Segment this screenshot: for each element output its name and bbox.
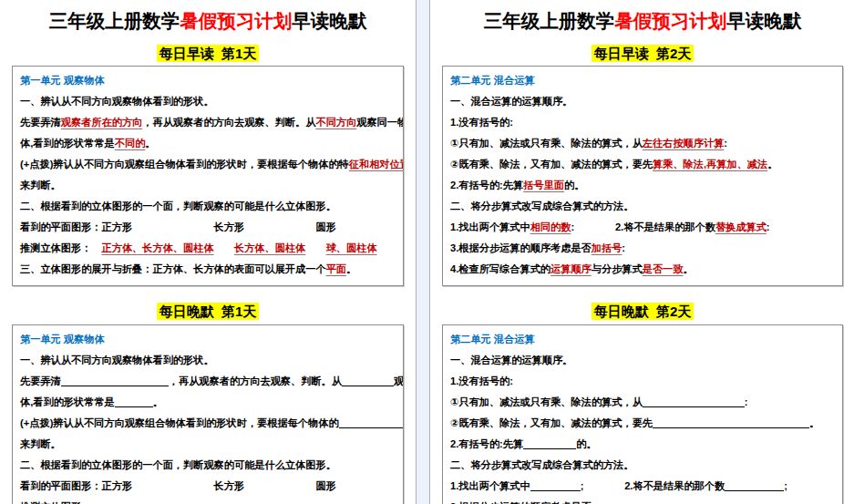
evening-lines: 一、辨认从不同方向观察物体看到的形状。先要弄清，再从观察者的方向去观察、判断。从… xyxy=(20,350,396,504)
evening-lines: 一、混合运算的运算顺序。1.没有括号的:①只有加、减法或只有乘、除法的算式，从:… xyxy=(450,350,835,504)
fill-in-blank xyxy=(725,478,784,491)
plain-text: ，再从观察者的方向去观察、判断。从 xyxy=(142,117,315,128)
title-part: 早读晚默 xyxy=(292,10,366,31)
plain-text: 先要弄清 xyxy=(20,375,61,386)
title-part: 三年级上册数学 xyxy=(49,10,180,31)
fill-in-blank xyxy=(61,374,169,386)
plain-text: 2.有括号的:先算 xyxy=(450,180,523,190)
plain-text: ; xyxy=(784,480,787,491)
title-part: 暑假预习计划 xyxy=(614,10,726,31)
plain-text: 。 xyxy=(145,138,155,149)
text-line: 1.找出两个算式中; 2.将不是结果的那个数; xyxy=(450,476,835,497)
unit-title: 第二单元 混合运算 xyxy=(450,70,835,91)
text-line: 二、将分步算式改写成综合算式的方法。 xyxy=(450,455,835,476)
plain-text: 。 xyxy=(683,263,693,274)
page-title: 三年级上册数学暑假预习计划早读晚默 xyxy=(0,0,416,33)
plain-text: 看到的平面图形：正方形 长方形 圆形 xyxy=(20,480,336,491)
answer-text: 征和相对位置 xyxy=(349,159,404,170)
text-line: 2.有括号的:先算的。 xyxy=(450,434,835,455)
text-line: 来判断。 xyxy=(20,434,396,455)
answer-text: 运算顺序 xyxy=(550,263,592,274)
unit-title: 第二单元 混合运算 xyxy=(450,329,835,350)
answer-text: 不同方向 xyxy=(315,117,356,128)
plain-text: 1.没有括号的: xyxy=(450,375,513,386)
text-line: 一、混合运算的运算顺序。 xyxy=(450,350,835,371)
plain-text xyxy=(214,242,234,253)
plain-text: 来判断。 xyxy=(20,180,61,190)
morning-banner-label: 每日早读 第2天 xyxy=(592,45,695,62)
text-line: 1.没有括号的: xyxy=(450,112,835,133)
text-line: 一、辨认从不同方向观察物体看到的形状。 xyxy=(20,350,396,371)
answer-text: 球、圆柱体 xyxy=(326,242,377,253)
plain-text: 二、根据看到的立体图形的一个面，判断观察的可能是什么立体图形。 xyxy=(20,459,336,470)
fill-in-blank xyxy=(523,437,576,449)
plain-text: 。 xyxy=(346,263,356,274)
text-line: 体,看到的形状常常是。 xyxy=(20,392,396,413)
morning-lines: 一、辨认从不同方向观察物体看到的形状。先要弄清观察者所在的方向，再从观察者的方向… xyxy=(20,91,396,280)
answer-text: 是否一致 xyxy=(643,263,684,274)
fill-in-blank xyxy=(115,395,153,407)
text-line: 二、根据看到的立体图形的一个面，判断观察的可能是什么立体图形。 xyxy=(20,455,396,476)
page-title: 三年级上册数学暑假预习计划早读晚默 xyxy=(430,0,854,33)
plain-text: 一、混合运算的运算顺序。 xyxy=(450,355,572,365)
plain-text: 1.没有括号的: xyxy=(450,117,513,128)
morning-banner-label: 每日早读 第1天 xyxy=(157,45,260,62)
title-part: 三年级上册数学 xyxy=(484,10,615,31)
worksheet-page-day1: 三年级上册数学暑假预习计划早读晚默 每日早读 第1天 第一单元 观察物体 一、辨… xyxy=(0,0,417,504)
plain-text: 1.找出两个算式中 xyxy=(450,480,530,491)
text-line: 来判断。 xyxy=(20,175,396,196)
text-line: 一、辨认从不同方向观察物体看到的形状。 xyxy=(20,91,396,112)
plain-text: 的。 xyxy=(564,180,584,190)
plain-text: : xyxy=(745,396,748,407)
text-line: 二、将分步算式改写成综合算式的方法。 xyxy=(450,196,835,217)
plain-text: ②既有乘、除法，又有加、减法的算式，要先 xyxy=(450,417,653,428)
text-line: 3.根据分步运算的顺序考虑是否加括号: xyxy=(450,238,835,259)
answer-text: 算乘、除法,再算加、减法 xyxy=(653,159,767,170)
morning-banner: 每日早读 第1天 xyxy=(0,45,416,62)
answer-text: 相同的数 xyxy=(530,221,571,232)
plain-text: 观察同一物 xyxy=(394,375,404,386)
plain-text: 。 xyxy=(153,396,163,407)
morning-content-box: 第二单元 混合运算 一、混合运算的运算顺序。1.没有括号的:①只有加、减法或只有… xyxy=(442,66,843,286)
answer-text: 正方体、长方体、圆柱体 xyxy=(102,242,214,253)
evening-banner: 每日晚默 第1天 xyxy=(0,303,416,320)
plain-text: ②既有乘、除法，又有加、减法的算式，要先 xyxy=(450,159,653,170)
morning-lines: 一、混合运算的运算顺序。1.没有括号的:①只有加、减法或只有乘、除法的算式，从左… xyxy=(450,91,835,280)
text-line: 2.有括号的:先算括号里面的。 xyxy=(450,175,835,196)
plain-text: 3.根据分步运算的顺序考虑是否 xyxy=(450,242,592,253)
text-line: 1.没有括号的: xyxy=(450,371,835,392)
evening-banner-label: 每日晚默 第1天 xyxy=(157,303,260,320)
text-line: 二、根据看到的立体图形的一个面，判断观察的可能是什么立体图形。 xyxy=(20,196,396,217)
plain-text: (+点拨)辨认从不同方向观察组合物体看到的形状时，要根据每个物体的特 xyxy=(20,159,349,170)
evening-banner-label: 每日晚默 第2天 xyxy=(592,303,695,320)
evening-banner: 每日晚默 第2天 xyxy=(430,303,854,320)
plain-text: 4.检查所写综合算式的 xyxy=(450,263,550,274)
plain-text: ①只有加、减法或只有乘、除法的算式，从 xyxy=(450,138,643,149)
plain-text: ; 2.将不是结果的那个数 xyxy=(581,480,725,491)
fill-in-blank xyxy=(592,499,628,504)
plain-text: : 2.将不是结果的那个数 xyxy=(571,221,715,232)
plain-text: 先要弄清 xyxy=(20,117,61,128)
plain-text: (+点拨)辨认从不同方向观察组合物体看到的形状时，要根据每个物体的 xyxy=(20,417,339,428)
answer-text: 观察者所在的方向 xyxy=(61,117,143,128)
text-line: ①只有加、减法或只有乘、除法的算式，从: xyxy=(450,392,835,413)
answer-text: 括号里面 xyxy=(523,180,564,190)
morning-banner: 每日早读 第2天 xyxy=(430,45,854,62)
answer-text: 长方体、圆柱体 xyxy=(234,242,305,253)
worksheet-page-day2: 三年级上册数学暑假预习计划早读晚默 每日早读 第2天 第二单元 混合运算 一、混… xyxy=(429,0,854,504)
unit-title: 第一单元 观察物体 xyxy=(20,329,396,350)
text-line: 三、立体图形的展开与折叠：正方体、长方体的表面可以展开成一个平面。 xyxy=(20,259,396,280)
plain-text: : xyxy=(724,138,727,149)
title-part: 早读晚默 xyxy=(726,10,801,31)
text-line: (+点拨)辨认从不同方向观察组合物体看到的形状时，要根据每个物体的特征和相对位置 xyxy=(20,154,396,175)
text-line: ②既有乘、除法，又有加、减法的算式，要先算乘、除法,再算加、减法。 xyxy=(450,154,835,175)
text-line: 推测立体图形： 正方体、长方体、圆柱体 长方体、圆柱体 球、圆柱体 xyxy=(20,238,396,259)
plain-text: 一、辨认从不同方向观察物体看到的形状。 xyxy=(20,96,214,107)
plain-text: 二、将分步算式改写成综合算式的方法。 xyxy=(450,459,633,470)
text-line: 1.找出两个算式中相同的数: 2.将不是结果的那个数替换成算式: xyxy=(450,217,835,238)
plain-text: 2.有括号的:先算 xyxy=(450,438,523,449)
text-line: ②既有乘、除法，又有加、减法的算式，要先。 xyxy=(450,413,835,434)
plain-text: 体,看到的形状常常是 xyxy=(20,138,115,149)
plain-text: ①只有加、减法或只有乘、除法的算式，从 xyxy=(450,396,643,407)
title-part: 暑假预习计划 xyxy=(180,10,292,31)
